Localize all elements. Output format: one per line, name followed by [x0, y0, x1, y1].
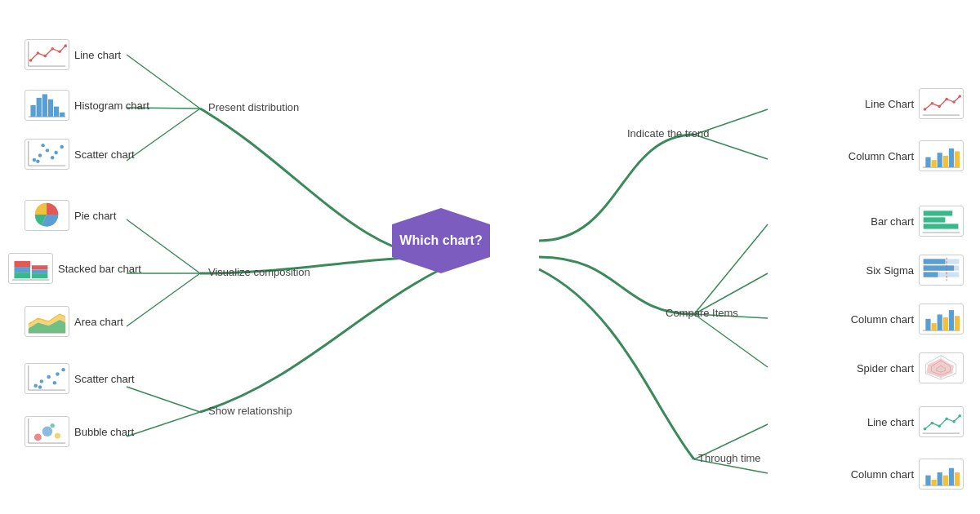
- chart-thumb-bubble: [24, 416, 69, 447]
- chart-node-stacked: Stacked bar chart: [8, 253, 141, 284]
- svg-point-73: [958, 95, 961, 98]
- svg-rect-48: [32, 274, 48, 278]
- svg-point-107: [924, 428, 927, 431]
- svg-rect-26: [37, 98, 42, 117]
- chart-thumb-histogram: [24, 90, 69, 121]
- svg-rect-30: [60, 113, 65, 117]
- svg-rect-44: [14, 267, 30, 273]
- chart-label-histogram: Histogram chart: [74, 100, 149, 112]
- svg-rect-115: [931, 480, 936, 485]
- svg-rect-43: [14, 261, 30, 267]
- svg-point-68: [924, 108, 927, 111]
- chart-thumb-line-time: [919, 406, 964, 437]
- svg-point-58: [53, 381, 56, 384]
- svg-point-111: [952, 420, 956, 423]
- branch-compare-items: Compare Items: [666, 307, 738, 319]
- chart-node-spider: Spider chart: [857, 352, 964, 383]
- svg-point-22: [58, 51, 61, 54]
- svg-marker-102: [927, 359, 953, 377]
- svg-point-40: [41, 144, 44, 147]
- chart-label-line: Line chart: [74, 49, 121, 61]
- chart-label-pie: Pie chart: [74, 210, 116, 222]
- chart-label-stacked: Stacked bar chart: [58, 263, 141, 275]
- chart-node-line-trend: Line Chart: [865, 88, 964, 119]
- svg-point-55: [40, 379, 43, 383]
- svg-point-57: [47, 375, 51, 379]
- chart-label-area: Area chart: [74, 316, 123, 328]
- svg-rect-98: [955, 316, 960, 330]
- svg-point-112: [958, 414, 961, 418]
- svg-point-35: [36, 160, 39, 163]
- svg-rect-117: [943, 476, 948, 485]
- svg-point-36: [46, 148, 49, 152]
- chart-thumb-line-trend: [919, 88, 964, 119]
- svg-point-37: [51, 156, 54, 159]
- svg-rect-75: [925, 157, 930, 167]
- svg-rect-90: [924, 273, 938, 277]
- chart-node-line: Line chart: [24, 39, 121, 70]
- svg-rect-25: [30, 105, 35, 117]
- chart-thumb-column-trend: [919, 140, 964, 171]
- chart-node-bar-compare: Bar chart: [871, 206, 964, 237]
- svg-rect-78: [943, 156, 948, 167]
- svg-rect-88: [924, 266, 954, 271]
- svg-line-13: [694, 314, 768, 367]
- svg-line-7: [127, 412, 200, 436]
- chart-label-line-trend: Line Chart: [865, 98, 914, 110]
- svg-line-6: [127, 387, 200, 412]
- svg-rect-119: [955, 472, 960, 485]
- svg-point-71: [945, 98, 948, 101]
- chart-node-sixsigma: Six Sigma: [866, 255, 964, 286]
- chart-thumb-spider: [919, 352, 964, 383]
- chart-thumb-line: [24, 39, 69, 70]
- chart-node-scatter-rel: Scatter chart: [24, 363, 135, 394]
- branch-visualize-composition: Visualize composition: [208, 266, 310, 278]
- svg-rect-77: [938, 153, 942, 167]
- chart-thumb-bar-compare: [919, 206, 964, 237]
- svg-rect-46: [32, 265, 48, 269]
- svg-rect-86: [924, 259, 946, 264]
- svg-rect-118: [949, 468, 954, 485]
- svg-point-19: [37, 51, 40, 55]
- chart-label-spider: Spider chart: [857, 362, 914, 374]
- svg-point-72: [952, 100, 956, 104]
- svg-point-65: [55, 433, 60, 439]
- svg-rect-97: [949, 310, 954, 330]
- svg-rect-94: [931, 323, 936, 330]
- svg-point-66: [51, 423, 55, 428]
- svg-point-54: [33, 384, 37, 388]
- chart-thumb-scatter-rel: [24, 363, 69, 394]
- svg-point-59: [56, 372, 59, 375]
- svg-rect-116: [938, 472, 942, 485]
- chart-node-area: Area chart: [24, 306, 123, 337]
- svg-rect-95: [938, 315, 942, 331]
- chart-node-column-compare: Column chart: [851, 304, 964, 335]
- svg-rect-28: [48, 100, 53, 117]
- chart-node-column-trend: Column Chart: [849, 140, 964, 171]
- svg-point-23: [64, 45, 67, 48]
- svg-rect-80: [955, 152, 960, 168]
- svg-rect-96: [943, 317, 948, 330]
- svg-rect-84: [924, 224, 959, 229]
- svg-rect-45: [14, 273, 30, 278]
- chart-thumb-column-compare: [919, 304, 964, 335]
- chart-thumb-scatter-dist: [24, 139, 69, 170]
- chart-label-bubble: Bubble chart: [74, 426, 134, 438]
- chart-node-scatter-dist: Scatter chart: [24, 139, 135, 170]
- svg-point-110: [945, 418, 948, 421]
- svg-rect-93: [925, 319, 930, 330]
- mindmap-canvas: Which chart? Present distribution Visual…: [0, 0, 980, 514]
- svg-rect-114: [925, 476, 930, 485]
- svg-rect-27: [42, 95, 47, 117]
- chart-label-scatter-rel: Scatter chart: [74, 373, 135, 385]
- chart-node-column-time: Column chart: [851, 459, 964, 490]
- chart-node-pie: Pie chart: [24, 200, 116, 231]
- svg-rect-79: [949, 148, 954, 167]
- svg-point-39: [60, 145, 64, 148]
- branch-indicate-trend: Indicate the trend: [627, 127, 709, 140]
- chart-label-bar-compare: Bar chart: [871, 215, 914, 228]
- svg-point-18: [29, 59, 33, 62]
- svg-point-63: [34, 434, 42, 441]
- chart-thumb-stacked: [8, 253, 53, 284]
- chart-node-line-time: Line chart: [867, 406, 964, 437]
